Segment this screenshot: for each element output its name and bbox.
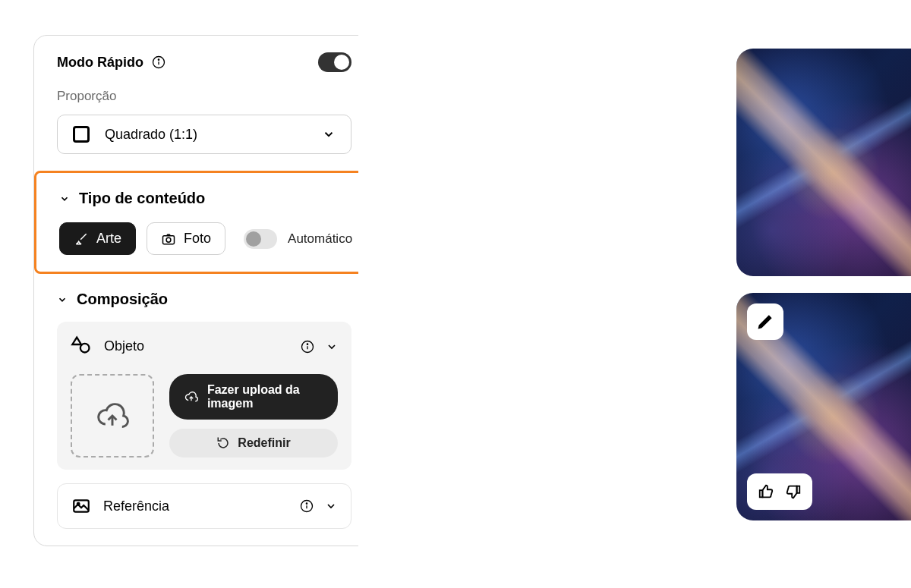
image-ref-icon (71, 496, 91, 516)
composition-reference-card[interactable]: Referência (57, 483, 351, 529)
thumbs-up-icon[interactable] (758, 483, 774, 500)
auto-label: Automático (288, 231, 352, 247)
svg-point-13 (306, 503, 307, 504)
reset-button[interactable]: Redefinir (169, 429, 338, 458)
composition-header[interactable]: Composição (57, 291, 351, 308)
info-icon[interactable] (151, 55, 166, 70)
content-type-art-button[interactable]: Arte (59, 222, 136, 255)
content-type-section: Tipo de conteúdo Arte Foto Automático (34, 171, 358, 274)
thumbs-down-icon[interactable] (785, 483, 802, 500)
svg-point-5 (80, 344, 90, 353)
svg-rect-14 (760, 490, 763, 497)
svg-rect-3 (163, 235, 175, 244)
shapes-icon (71, 334, 92, 359)
chevron-down-icon (59, 193, 70, 204)
reset-label: Redefinir (238, 436, 290, 450)
svg-point-2 (158, 59, 159, 60)
cloud-upload-icon (184, 388, 198, 405)
content-type-header[interactable]: Tipo de conteúdo (59, 190, 349, 207)
photo-label: Foto (184, 231, 211, 247)
object-upload-dropzone[interactable] (71, 374, 154, 458)
thumbnails-column (736, 49, 911, 520)
feedback-buttons (747, 473, 812, 510)
svg-point-10 (77, 503, 80, 505)
content-type-heading: Tipo de conteúdo (79, 190, 205, 207)
cloud-upload-icon (96, 399, 129, 432)
aspect-ratio-value: Quadrado (1:1) (105, 127, 197, 143)
chevron-down-icon (325, 500, 337, 512)
composition-heading: Composição (77, 291, 168, 308)
chevron-down-icon (322, 127, 336, 141)
chevron-down-icon (57, 294, 68, 305)
square-icon (73, 126, 90, 143)
chevron-down-icon[interactable] (326, 341, 338, 353)
reference-label: Referência (103, 498, 169, 514)
pencil-icon (757, 313, 774, 330)
quick-mode-section: Modo Rápido Proporção Quadrado (1:1) (34, 36, 358, 171)
brush-icon (74, 231, 89, 247)
svg-point-8 (307, 344, 307, 344)
camera-icon (161, 231, 176, 247)
content-type-photo-button[interactable]: Foto (147, 222, 225, 255)
svg-point-4 (166, 237, 171, 242)
settings-panel: Modo Rápido Proporção Quadrado (1:1) Tip… (33, 35, 358, 546)
info-icon[interactable] (300, 339, 315, 354)
upload-image-button[interactable]: Fazer upload da imagem (169, 374, 338, 420)
upload-image-label: Fazer upload da imagem (207, 383, 323, 410)
ratio-heading: Proporção (57, 89, 351, 104)
quick-mode-toggle[interactable] (318, 52, 351, 72)
reset-icon (216, 436, 230, 450)
thumbnail-1[interactable] (736, 49, 911, 276)
composition-section: Composição Objeto (34, 274, 358, 546)
edit-button[interactable] (747, 303, 783, 340)
quick-mode-label: Modo Rápido (57, 55, 143, 71)
aspect-ratio-select[interactable]: Quadrado (1:1) (57, 115, 351, 154)
info-icon[interactable] (299, 498, 314, 514)
thumbnail-2[interactable] (736, 293, 911, 520)
composition-object-card: Objeto Fazer upload da imagem (57, 322, 351, 470)
art-label: Arte (96, 231, 121, 247)
object-label: Objeto (104, 338, 144, 354)
auto-toggle[interactable] (244, 229, 277, 249)
svg-rect-15 (797, 486, 800, 493)
